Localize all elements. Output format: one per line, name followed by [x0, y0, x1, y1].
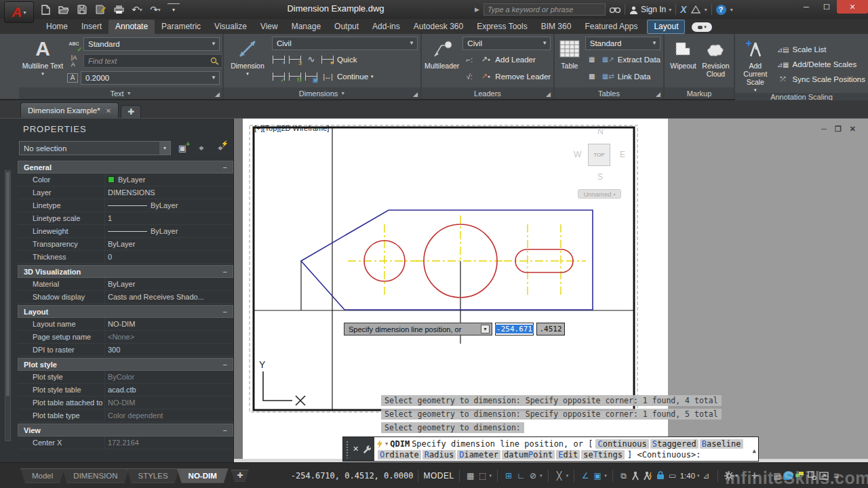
property-value-plot-table-attached-to[interactable]: NO-DIM	[104, 396, 233, 409]
annotation-scale-frame-icon[interactable]: ▭	[667, 470, 679, 482]
command-option-baseline[interactable]: Baseline	[700, 439, 743, 449]
dialog-launcher-icon[interactable]: ◢	[546, 91, 551, 98]
continue-label[interactable]: Continue	[337, 73, 368, 81]
chevron-down-icon[interactable]: ▾	[566, 473, 569, 479]
table-style-dropdown[interactable]: Standard ▼	[585, 37, 660, 50]
viewcube-south[interactable]: S	[597, 172, 603, 182]
ribbon-tab-output[interactable]: Output	[328, 20, 366, 34]
graphics-performance-icon[interactable]	[793, 470, 806, 482]
scale-list-icon[interactable]: ⊿▤	[776, 43, 790, 56]
new-file-tab-button[interactable]: ✚	[121, 105, 141, 118]
dimension-button[interactable]: Dimension ▾	[226, 36, 269, 87]
annotation-scale-sync-icon[interactable]: ⊿	[701, 470, 713, 482]
help-icon[interactable]: ?	[716, 5, 726, 15]
annotation-visibility-icon[interactable]	[630, 470, 642, 482]
command-option-settings[interactable]: seTtings	[581, 450, 625, 460]
new-layout-button[interactable]: ✚	[231, 470, 249, 482]
search-binoculars-icon[interactable]	[610, 5, 620, 14]
undo-dropdown-icon[interactable]: ▾	[140, 7, 142, 13]
panel-footer-text[interactable]: Text ▼ ◢	[19, 87, 222, 99]
text-height-icon[interactable]: A	[67, 73, 78, 83]
layout-tab-styles[interactable]: STYLES	[127, 468, 180, 483]
quick-dimension-icon[interactable]: ✦	[321, 54, 334, 66]
viewcube-top-face[interactable]: TOP	[588, 144, 610, 166]
command-input-area[interactable]: ▼ QDIM Specify dimension line position, …	[374, 437, 758, 461]
lock-icon[interactable]	[654, 470, 667, 482]
property-value-center-x[interactable]: 172.2164	[104, 436, 233, 449]
centerlines[interactable]	[348, 216, 586, 298]
table-cell-icon[interactable]: ▦	[585, 54, 599, 66]
remove-leader-icon[interactable]: ↗●	[479, 70, 492, 83]
multileader-button[interactable]: Multileader	[425, 36, 459, 87]
ribbon-tab-manage[interactable]: Manage	[285, 20, 328, 34]
link-data-icon[interactable]: ▦⇄	[601, 70, 615, 83]
ribbon-tab-add-ins[interactable]: Add-ins	[366, 20, 407, 34]
extract-data-icon[interactable]: ▦↗	[601, 54, 615, 66]
viewcube-east[interactable]: E	[620, 150, 625, 159]
property-value-plot-style-table[interactable]: acad.ctb	[104, 384, 233, 396]
wipeout-button[interactable]: Wipeout	[667, 36, 699, 87]
ribbon-tab-visualize[interactable]: Visualize	[208, 20, 254, 34]
recent-commands-icon[interactable]: ▲	[753, 445, 756, 456]
undo-icon[interactable]: ↶▾	[131, 3, 143, 16]
quick-select-icon[interactable]: ⌖⚡	[213, 142, 228, 155]
command-option-radius[interactable]: Radius	[422, 450, 456, 460]
scale-list-label[interactable]: Scale List	[793, 45, 827, 54]
communication-center-icon[interactable]	[783, 471, 793, 480]
property-value-linetype-scale[interactable]: 1	[104, 212, 233, 224]
extract-data-label[interactable]: Extract Data	[618, 56, 660, 64]
dim-jogged-icon[interactable]: ∿	[304, 54, 318, 66]
scrollbar-thumb[interactable]	[6, 172, 9, 396]
chevron-down-icon[interactable]: ▾	[540, 473, 542, 479]
command-option-diameter[interactable]: Diameter	[457, 450, 500, 460]
ribbon-tab-featured-apps[interactable]: Featured Apps	[578, 20, 644, 34]
dynamic-input-x-field[interactable]: -254.671	[495, 323, 534, 336]
isolate-objects-icon[interactable]	[806, 470, 818, 482]
layout-tab-model[interactable]: Model	[20, 468, 64, 483]
sign-in-button[interactable]: Sign In ▾	[629, 5, 671, 14]
text-style-dropdown[interactable]: Standard ▼	[83, 37, 220, 51]
ribbon-tab-annotate[interactable]: Annotate	[108, 20, 155, 34]
dim-linear-icon[interactable]: +	[272, 54, 285, 66]
ribbon-tab-view[interactable]: View	[254, 20, 285, 34]
doc-minimize-button[interactable]: ─	[821, 125, 827, 134]
command-option-edit[interactable]: Edit	[556, 450, 580, 460]
property-value-thickness[interactable]: 0	[104, 251, 233, 263]
sync-scale-positions-icon[interactable]: ⤱	[776, 73, 790, 85]
auto-scale-icon[interactable]	[642, 470, 654, 482]
add-delete-scales-icon[interactable]: ⊿▦	[776, 58, 790, 70]
tray-crosshair-icon[interactable]: ✛	[749, 470, 761, 482]
add-current-scale-button[interactable]: Add Current Scale ▾	[738, 36, 773, 93]
text-height-dropdown[interactable]: 0.2000 ▼	[81, 71, 220, 85]
customize-wrench-icon[interactable]	[362, 445, 371, 453]
ribbon-tab-autodesk-360[interactable]: Autodesk 360	[407, 20, 470, 34]
panel-footer-dimensions[interactable]: Dimensions ▼ ◢	[224, 87, 420, 99]
chevron-down-icon[interactable]: ▾	[604, 473, 607, 479]
property-value-plot-table-type[interactable]: Color dependent	[104, 409, 233, 422]
properties-section-plot-style[interactable]: Plot style−	[18, 358, 233, 371]
save-as-icon[interactable]	[94, 3, 106, 16]
viewport-border[interactable]	[254, 127, 634, 410]
check-spelling-icon[interactable]: ABC✓	[67, 38, 81, 50]
collapse-icon[interactable]: −	[223, 268, 227, 276]
properties-section-3d-visualization[interactable]: 3D Visualization−	[18, 265, 233, 278]
viewport-controls-label[interactable]: [+][Top][2D Wireframe]	[254, 124, 329, 132]
collapse-icon[interactable]: −	[223, 308, 227, 316]
ribbon-tab-bim-360[interactable]: BIM 360	[534, 20, 578, 34]
properties-section-view[interactable]: View−	[18, 424, 233, 436]
dim-style-dropdown[interactable]: Civil ▼	[272, 37, 418, 50]
leader-style-dropdown[interactable]: Civil ▼	[462, 37, 551, 50]
drag-grip-icon[interactable]	[346, 441, 349, 458]
dynamic-input-options-icon[interactable]: ▼	[481, 325, 490, 333]
viewcube-north[interactable]: N	[597, 127, 604, 136]
command-close-icon[interactable]: ✕	[353, 445, 359, 453]
chevron-down-icon[interactable]: ▾	[730, 7, 733, 13]
model-space-button[interactable]: MODEL	[423, 471, 454, 481]
doc-restore-button[interactable]: ❐	[835, 125, 842, 134]
clean-screen-icon[interactable]	[818, 470, 830, 482]
close-button[interactable]: ✕	[837, 0, 868, 14]
property-value-layer[interactable]: DIMENSIONS	[104, 186, 233, 199]
ortho-mode-icon[interactable]: ∟	[515, 470, 527, 482]
customization-menu-icon[interactable]: ≡	[830, 470, 842, 482]
ribbon-tab-insert[interactable]: Insert	[75, 20, 108, 34]
